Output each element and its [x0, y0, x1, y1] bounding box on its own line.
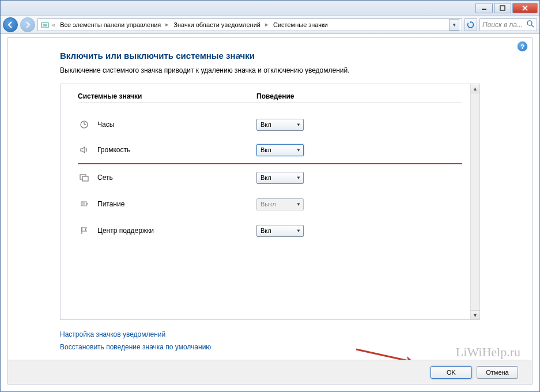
behavior-dropdown[interactable]: Вкл▼ — [256, 225, 304, 237]
svg-rect-14 — [86, 203, 88, 205]
flag-icon — [78, 226, 90, 235]
chevron-down-icon: ▼ — [296, 202, 301, 207]
setting-label: Часы — [97, 120, 256, 129]
minimize-button[interactable] — [475, 3, 493, 13]
dropdown-value: Вкл — [260, 121, 271, 128]
col-system-icons: Системные значки — [78, 92, 256, 100]
volume-icon — [78, 145, 90, 154]
breadcrumb[interactable]: « Все элементы панели управления ▸ Значк… — [37, 18, 462, 31]
breadcrumb-segment[interactable]: Все элементы панели управления — [58, 21, 163, 28]
svg-rect-5 — [43, 24, 47, 27]
scroll-up-icon[interactable]: ▲ — [471, 84, 479, 93]
page-description: Выключение системного значка приводит к … — [60, 66, 480, 74]
power-icon — [78, 199, 90, 209]
dropdown-value: Вкл — [260, 146, 271, 153]
chevron-right-icon: « — [51, 21, 56, 28]
cancel-button[interactable]: Отмена — [477, 366, 518, 379]
setting-row-network: СетьВкл▼ — [78, 164, 462, 191]
maximize-button[interactable] — [494, 3, 511, 13]
chevron-down-icon: ▼ — [296, 148, 301, 153]
content-area: Включить или выключить системные значки … — [8, 38, 532, 353]
behavior-dropdown[interactable]: Вкл▼ — [256, 119, 304, 131]
behavior-dropdown[interactable]: Вкл▼ — [256, 144, 304, 156]
button-bar: OK Отмена — [8, 360, 532, 384]
svg-point-6 — [527, 21, 532, 25]
chevron-down-icon: ▼ — [296, 122, 301, 127]
window-titlebar — [1, 1, 539, 16]
setting-row-flag: Центр поддержкиВкл▼ — [78, 217, 462, 244]
breadcrumb-segment[interactable]: Значки области уведомлений — [171, 21, 263, 28]
setting-row-volume: ГромкостьВкл▼ — [78, 138, 462, 164]
scrollbar[interactable]: ▲ ▼ — [470, 84, 479, 319]
close-button[interactable] — [512, 3, 538, 13]
help-icon[interactable]: ? — [518, 42, 527, 51]
setting-label: Центр поддержки — [97, 227, 256, 235]
settings-list: ▲ ▼ Системные значки Поведение ЧасыВкл▼Г… — [60, 84, 480, 320]
clock-icon — [78, 120, 90, 129]
behavior-dropdown: Выкл▼ — [256, 198, 304, 210]
forward-button[interactable] — [20, 17, 35, 32]
refresh-button[interactable] — [465, 18, 477, 31]
dropdown-value: Вкл — [260, 174, 271, 181]
link-restore-defaults[interactable]: Восстановить поведение значка по умолчан… — [60, 343, 211, 351]
scroll-down-icon[interactable]: ▼ — [471, 310, 479, 319]
breadcrumb-segment[interactable]: Системные значки — [271, 21, 330, 28]
refresh-icon — [467, 21, 475, 29]
setting-label: Громкость — [97, 146, 256, 154]
link-configure-icons[interactable]: Настройка значков уведомлений — [60, 330, 165, 338]
back-button[interactable] — [3, 17, 18, 32]
column-headers: Системные значки Поведение — [78, 92, 462, 103]
arrow-right-icon — [24, 21, 32, 29]
svg-rect-12 — [82, 176, 88, 181]
setting-row-clock: ЧасыВкл▼ — [78, 111, 462, 138]
chevron-right-icon: ▸ — [264, 21, 270, 28]
dropdown-value: Выкл — [260, 201, 276, 208]
search-placeholder: Поиск в па... — [482, 21, 523, 29]
setting-row-power: ПитаниеВыкл▼ — [78, 191, 462, 217]
behavior-dropdown[interactable]: Вкл▼ — [256, 172, 304, 184]
page-title: Включить или выключить системные значки — [60, 51, 480, 61]
search-input[interactable]: Поиск в па... — [479, 18, 537, 31]
setting-label: Сеть — [97, 174, 256, 182]
svg-rect-1 — [500, 6, 505, 10]
dropdown-value: Вкл — [260, 227, 271, 234]
search-icon — [527, 20, 534, 29]
chevron-down-icon: ▼ — [296, 228, 301, 233]
links-area: Настройка значков уведомлений Восстанови… — [60, 328, 480, 353]
arrow-left-icon — [6, 21, 14, 29]
navigation-bar: « Все элементы панели управления ▸ Значк… — [1, 16, 539, 34]
ok-button[interactable]: OK — [431, 366, 472, 379]
svg-line-7 — [531, 25, 534, 27]
network-icon — [78, 173, 90, 182]
chevron-right-icon: ▸ — [164, 21, 170, 28]
col-behavior: Поведение — [256, 92, 294, 100]
svg-rect-15 — [82, 202, 85, 205]
breadcrumb-dropdown[interactable]: ▾ — [449, 19, 459, 31]
main-panel: ? Включить или выключить системные значк… — [7, 37, 533, 385]
chevron-down-icon: ▼ — [296, 175, 301, 180]
setting-label: Питание — [97, 200, 256, 208]
control-panel-icon — [40, 20, 50, 29]
